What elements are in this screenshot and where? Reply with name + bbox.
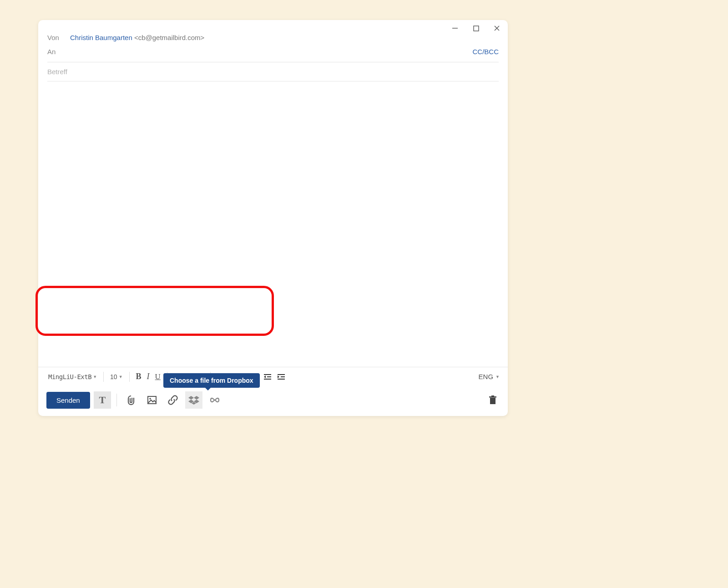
underline-button[interactable]: U	[153, 371, 162, 382]
message-body-input[interactable]	[47, 90, 499, 359]
attach-file-button[interactable]	[122, 391, 140, 409]
chevron-down-icon: ▼	[119, 375, 123, 379]
outdent-button[interactable]	[262, 373, 273, 381]
send-button[interactable]: Senden	[46, 392, 90, 409]
insert-link-button[interactable]	[164, 391, 182, 409]
discard-button[interactable]	[486, 393, 500, 407]
to-row: An CC/BCC	[47, 43, 499, 62]
chevron-down-icon: ▼	[495, 375, 500, 379]
followup-button[interactable]	[206, 391, 223, 409]
separator	[129, 372, 130, 382]
subject-input[interactable]	[47, 68, 499, 76]
outdent-icon	[263, 374, 272, 380]
to-input[interactable]	[70, 48, 499, 56]
dropbox-button[interactable]	[185, 391, 202, 409]
language-value: ENG	[479, 373, 494, 380]
text-format-icon: T	[99, 394, 106, 406]
from-email: <cb@getmailbird.com>	[134, 34, 204, 41]
dropbox-icon	[188, 395, 199, 405]
message-body	[38, 81, 508, 367]
font-size-select[interactable]: 10 ▼	[108, 372, 125, 381]
italic-button[interactable]: I	[145, 371, 152, 382]
bottom-toolbar: Senden T Choose a file from Dropbox	[38, 386, 508, 416]
insert-image-button[interactable]	[143, 391, 161, 409]
svg-rect-25	[489, 396, 496, 398]
compose-header: Von Christin Baumgarten <cb@getmailbird.…	[38, 20, 508, 81]
from-row: Von Christin Baumgarten <cb@getmailbird.…	[47, 30, 499, 43]
compose-window: Von Christin Baumgarten <cb@getmailbird.…	[38, 20, 508, 416]
to-label: An	[47, 48, 70, 56]
bold-button[interactable]: B	[134, 371, 143, 382]
from-label: Von	[47, 34, 70, 41]
indent-icon	[277, 374, 285, 380]
trash-icon	[488, 395, 497, 405]
svg-rect-26	[491, 395, 494, 396]
dropbox-tooltip: Choose a file from Dropbox	[163, 373, 260, 388]
infinity-icon	[209, 396, 221, 404]
font-family-value: MingLiU-ExtB	[48, 373, 91, 380]
separator	[116, 394, 117, 406]
from-name: Christin Baumgarten	[70, 34, 132, 41]
subject-row	[47, 62, 499, 81]
font-size-value: 10	[110, 373, 117, 380]
separator	[103, 372, 104, 382]
ccbcc-toggle[interactable]: CC/BCC	[472, 48, 499, 56]
svg-rect-24	[490, 398, 495, 404]
chevron-down-icon: ▼	[93, 375, 97, 379]
font-family-select[interactable]: MingLiU-ExtB ▼	[46, 372, 99, 381]
from-value[interactable]: Christin Baumgarten <cb@getmailbird.com>	[70, 34, 204, 41]
format-toolbar: MingLiU-ExtB ▼ 10 ▼ B I U A ▼ ▼ ▼ 12	[38, 367, 508, 386]
language-select[interactable]: ENG ▼	[479, 373, 500, 380]
formatting-toggle-button[interactable]: T	[94, 391, 111, 409]
link-icon	[168, 395, 178, 405]
image-icon	[147, 395, 157, 405]
svg-point-23	[149, 398, 151, 400]
indent-button[interactable]	[275, 373, 287, 381]
paperclip-icon	[126, 395, 136, 405]
